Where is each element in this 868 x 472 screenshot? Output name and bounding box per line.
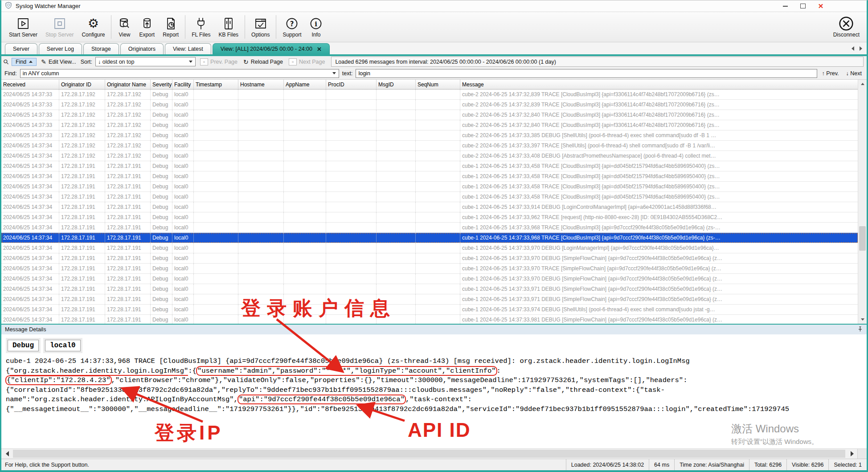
table-row[interactable]: 2024/06/25 14:37:33172.28.17.192172.28.1…: [1, 90, 858, 100]
horizontal-scroll-thumb[interactable]: [13, 450, 845, 458]
column-header-received[interactable]: Received: [1, 80, 59, 89]
table-row[interactable]: 2024/06/25 14:37:34172.28.17.191172.28.1…: [1, 315, 858, 324]
minimize-button[interactable]: [780, 2, 790, 10]
view-button[interactable]: View: [114, 13, 135, 41]
table-row[interactable]: 2024/06/25 14:37:34172.28.17.191172.28.1…: [1, 212, 858, 223]
table-row[interactable]: 2024/06/25 14:37:34172.28.17.191172.28.1…: [1, 202, 858, 212]
options-button[interactable]: Options: [247, 13, 274, 41]
table-cell: 2024/06/25 14:37:33: [1, 120, 59, 130]
table-row[interactable]: 2024/06/25 14:37:33172.28.17.192172.28.1…: [1, 110, 858, 120]
report-button[interactable]: Report: [159, 13, 183, 41]
vertical-scroll-thumb[interactable]: [859, 226, 866, 251]
search-text-input[interactable]: [356, 69, 817, 78]
table-row[interactable]: 2024/06/25 14:37:34172.28.17.191172.28.1…: [1, 171, 858, 182]
table-cell: local0: [172, 274, 194, 284]
table-row[interactable]: 2024/06/25 14:37:34172.28.17.191172.28.1…: [1, 192, 858, 202]
configure-button[interactable]: ⚙Configure: [78, 13, 109, 41]
column-header-seqnum[interactable]: SeqNum: [416, 80, 460, 89]
find-prev-button[interactable]: ↑ Prev.: [822, 70, 839, 77]
table-row[interactable]: 2024/06/25 14:37:34172.28.17.191172.28.1…: [1, 223, 858, 233]
pin-icon[interactable]: [857, 326, 863, 334]
table-cell: [416, 130, 460, 140]
scroll-down-button[interactable]: [858, 315, 867, 324]
tab-server-log[interactable]: Server Log: [39, 43, 82, 54]
column-header-msgid[interactable]: MsgID: [377, 80, 416, 89]
table-row[interactable]: 2024/06/25 14:37:34172.28.17.191172.28.1…: [1, 284, 858, 294]
table-cell: [326, 151, 377, 161]
table-cell: 172.28.17.191: [59, 233, 105, 243]
table-cell: [377, 141, 416, 151]
scroll-left-button[interactable]: [2, 449, 12, 459]
column-header-timestamp[interactable]: Timestamp: [194, 80, 238, 89]
column-header-facility[interactable]: Facility: [172, 80, 194, 89]
kb-files-button[interactable]: KB Files: [214, 13, 242, 41]
disconnect-label: Disconnect: [833, 32, 860, 38]
table-cell: Debug: [151, 243, 172, 253]
table-row[interactable]: 2024/06/25 14:37:34172.28.17.191172.28.1…: [1, 182, 858, 192]
support-button[interactable]: ?Support: [278, 13, 305, 41]
maximize-button[interactable]: [798, 2, 808, 10]
table-row[interactable]: 2024/06/25 14:37:33172.28.17.192172.28.1…: [1, 120, 858, 130]
edit-view-label: Edit View...: [49, 59, 76, 65]
table-cell: 172.28.17.192: [59, 100, 105, 110]
tab-server[interactable]: Server: [5, 43, 37, 54]
table-cell: [377, 90, 416, 99]
disconnect-button[interactable]: Disconnect: [830, 13, 863, 41]
horizontal-scrollbar[interactable]: [1, 448, 867, 459]
table-cell: [377, 192, 416, 202]
severity-badge: Debug: [8, 340, 39, 351]
start-server-button[interactable]: Start Server: [5, 13, 41, 41]
tab-scroll-left-icon[interactable]: [852, 46, 854, 51]
info-button[interactable]: iInfo: [305, 13, 327, 41]
column-header-originator-id[interactable]: Originator ID: [59, 80, 105, 89]
table-cell: [284, 274, 326, 284]
table-row[interactable]: 2024/06/25 14:37:34172.28.17.191172.28.1…: [1, 161, 858, 171]
table-row[interactable]: 2024/06/25 14:37:33172.28.17.192172.28.1…: [1, 130, 858, 141]
table-cell: [377, 120, 416, 130]
table-row[interactable]: 2024/06/25 14:37:34172.28.17.191172.28.1…: [1, 243, 858, 253]
table-cell: [284, 141, 326, 151]
tab-view-all-2024-06-25-00-00-24-00[interactable]: View: [ALL] 2024/06/25 00:00 - 24:00✕: [213, 43, 330, 54]
table-cell: [194, 171, 238, 181]
tab-close-icon[interactable]: ✕: [317, 46, 322, 53]
find-scope-dropdown[interactable]: in ANY column: [20, 69, 339, 78]
sort-dropdown[interactable]: ↓ oldest on top: [95, 57, 196, 66]
find-toggle-button[interactable]: Find: [12, 58, 37, 66]
table-cell: [194, 233, 238, 243]
scroll-right-button[interactable]: [847, 449, 857, 459]
close-button[interactable]: ✕: [816, 2, 826, 10]
column-header-procid[interactable]: ProcID: [326, 80, 377, 89]
table-cell: local0: [172, 192, 194, 202]
table-cell: [238, 120, 284, 130]
table-row[interactable]: 2024/06/25 14:37:34172.28.17.191172.28.1…: [1, 264, 858, 274]
edit-view-button[interactable]: ✎ Edit View...: [40, 58, 77, 66]
column-header-severity[interactable]: Severity: [151, 80, 172, 89]
table-row[interactable]: 2024/06/25 14:37:33172.28.17.192172.28.1…: [1, 100, 858, 110]
tab-scroll-right-icon[interactable]: [860, 46, 862, 51]
column-header-message[interactable]: Message: [460, 80, 486, 89]
table-row[interactable]: 2024/06/25 14:37:34172.28.17.191172.28.1…: [1, 294, 858, 305]
column-header-originator-name[interactable]: Originator Name: [105, 80, 151, 89]
reload-page-button[interactable]: ↻ Reload Page: [242, 58, 284, 66]
fl-files-button[interactable]: FL Files: [188, 13, 214, 41]
table-cell: 172.28.17.191: [105, 305, 151, 314]
vertical-scrollbar[interactable]: [858, 80, 867, 324]
scroll-up-button[interactable]: [858, 80, 867, 88]
table-row[interactable]: 2024/06/25 14:37:34172.28.17.192172.28.1…: [1, 151, 858, 161]
export-button[interactable]: Export: [135, 13, 159, 41]
table-row[interactable]: 2024/06/25 14:37:34172.28.17.191172.28.1…: [1, 253, 858, 264]
table-cell: [326, 120, 377, 130]
column-header-appname[interactable]: AppName: [284, 80, 326, 89]
table-cell: 172.28.17.191: [59, 284, 105, 294]
tab-storage[interactable]: Storage: [83, 43, 119, 54]
table-row[interactable]: 2024/06/25 14:37:34172.28.17.192172.28.1…: [1, 141, 858, 151]
status-bar: For Help, click the Support button. Load…: [1, 459, 867, 470]
column-header-hostname[interactable]: Hostname: [238, 80, 284, 89]
tab-view-latest[interactable]: View: Latest: [165, 43, 211, 54]
table-row[interactable]: 2024/06/25 14:37:34172.28.17.191172.28.1…: [1, 305, 858, 315]
tab-originators[interactable]: Originators: [120, 43, 164, 54]
table-row-selected[interactable]: 2024/06/25 14:37:34172.28.17.191172.28.1…: [1, 233, 858, 243]
find-next-button[interactable]: ↓ Next: [846, 70, 862, 77]
table-row[interactable]: 2024/06/25 14:37:34172.28.17.191172.28.1…: [1, 274, 858, 284]
message-details-header[interactable]: Message Details: [1, 324, 867, 334]
